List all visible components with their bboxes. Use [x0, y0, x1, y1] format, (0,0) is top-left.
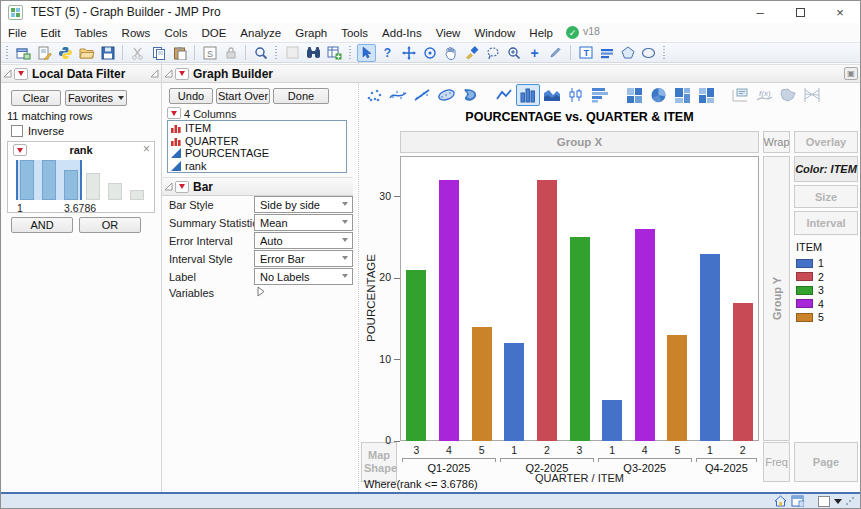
freq-zone[interactable]: Freq: [763, 442, 790, 482]
interval-zone[interactable]: Interval: [794, 211, 858, 235]
or-button[interactable]: OR: [79, 217, 141, 233]
line-annotation-icon[interactable]: [597, 44, 616, 62]
bar-Q3-2025-item-5[interactable]: [667, 335, 687, 441]
column-item[interactable]: QUARTER: [168, 135, 346, 148]
legend-item[interactable]: 1: [796, 257, 824, 269]
crosshair-tool-icon[interactable]: +: [525, 44, 544, 62]
histogram-bar[interactable]: [86, 173, 100, 200]
bar-Q2-2025-item-1[interactable]: [504, 343, 524, 441]
search-icon[interactable]: [251, 44, 270, 62]
clear-button[interactable]: Clear: [11, 90, 61, 106]
mosaic-element-icon[interactable]: [694, 84, 718, 106]
rank-histogram[interactable]: [16, 160, 148, 200]
overlay-zone[interactable]: Overlay: [794, 131, 858, 153]
binoculars-icon[interactable]: [304, 44, 323, 62]
caption-box-element-icon[interactable]: [728, 84, 752, 106]
parallel-plot-element-icon[interactable]: [800, 84, 824, 106]
size-zone[interactable]: Size: [794, 185, 858, 208]
toolbar-grip[interactable]: [274, 45, 279, 60]
update-check-icon[interactable]: ✓: [566, 26, 579, 39]
bar-element-icon[interactable]: [516, 84, 540, 106]
collapse-triangle-icon[interactable]: [3, 69, 12, 78]
menu-view[interactable]: View: [429, 23, 468, 42]
legend-item[interactable]: 5: [796, 311, 824, 323]
line-of-fit-element-icon[interactable]: [410, 84, 434, 106]
menu-help[interactable]: Help: [522, 23, 560, 42]
bar-Q2-2025-item-2[interactable]: [537, 180, 557, 441]
lasso-tool-icon[interactable]: [483, 44, 502, 62]
report-properties-icon[interactable]: ▣: [844, 67, 858, 80]
treemap-element-icon[interactable]: [670, 84, 694, 106]
panel-splitter[interactable]: [161, 63, 162, 494]
columns-red-triangle-menu[interactable]: [167, 107, 181, 119]
window-list-icon[interactable]: [791, 495, 804, 507]
open-file-icon[interactable]: [77, 44, 96, 62]
menu-rows[interactable]: Rows: [115, 23, 158, 42]
ldf-red-triangle-menu[interactable]: [14, 68, 28, 80]
summary-statistic-select[interactable]: Mean: [254, 214, 353, 231]
copy-icon[interactable]: [149, 44, 168, 62]
grabber-hand-icon[interactable]: [441, 44, 460, 62]
menu-tables[interactable]: Tables: [67, 23, 114, 42]
arrow-cursor-icon[interactable]: [357, 44, 376, 62]
graph-builder-red-triangle-menu[interactable]: [175, 68, 189, 80]
column-item[interactable]: ITEM: [168, 122, 346, 135]
menu-doe[interactable]: DOE: [194, 23, 233, 42]
legend-item[interactable]: 4: [796, 298, 824, 310]
bar-style-select[interactable]: Side by side: [254, 196, 353, 213]
ellipse-element-icon[interactable]: [434, 84, 458, 106]
toolbar-grip[interactable]: [662, 45, 667, 60]
quarter-label[interactable]: Q4-2025: [694, 462, 759, 474]
menu-window[interactable]: Window: [467, 23, 522, 42]
annotate-pencil-icon[interactable]: [546, 44, 565, 62]
legend-swatch-5[interactable]: [796, 313, 813, 322]
legend-swatch-3[interactable]: [796, 286, 813, 295]
maximize-button[interactable]: [780, 1, 820, 23]
menu-tools[interactable]: Tools: [334, 23, 375, 42]
pie-element-icon[interactable]: [646, 84, 670, 106]
move-tool-icon[interactable]: [399, 44, 418, 62]
collapse-triangle-icon[interactable]: [150, 69, 159, 78]
bar-Q2-2025-item-3[interactable]: [570, 237, 590, 441]
start-over-button[interactable]: Start Over: [216, 88, 270, 104]
undo-button[interactable]: Undo: [169, 88, 213, 104]
collapse-triangle-icon[interactable]: [164, 182, 173, 191]
bar-Q3-2025-item-4[interactable]: [635, 229, 655, 441]
histogram-bar[interactable]: [20, 160, 34, 200]
legend-swatch-2[interactable]: [796, 272, 813, 281]
minimize-button[interactable]: –: [740, 1, 780, 23]
zoom-in-icon[interactable]: [504, 44, 523, 62]
row-state-swatch[interactable]: [818, 496, 830, 507]
menu-graph[interactable]: Graph: [288, 23, 334, 42]
menu-file[interactable]: File: [1, 23, 34, 42]
line-element-icon[interactable]: [492, 84, 516, 106]
legend-swatch-1[interactable]: [796, 259, 813, 268]
menu-addins[interactable]: Add-Ins: [375, 23, 429, 42]
python-icon[interactable]: [56, 44, 75, 62]
wrap-zone[interactable]: Wrap: [763, 131, 790, 153]
add-table-icon[interactable]: [325, 44, 344, 62]
smoother-element-icon[interactable]: [386, 84, 410, 106]
favorites-button[interactable]: Favorites: [65, 90, 127, 106]
color-zone[interactable]: Color: ITEM: [794, 156, 858, 182]
column-item[interactable]: POURCENTAGE: [168, 147, 346, 160]
page-zone[interactable]: Page: [794, 442, 858, 482]
new-script-icon[interactable]: [35, 44, 54, 62]
quarter-label[interactable]: Q3-2025: [596, 462, 694, 474]
menu-edit[interactable]: Edit: [34, 23, 68, 42]
resize-grip[interactable]: [846, 497, 854, 505]
and-button[interactable]: AND: [11, 217, 73, 233]
bar-Q1-2025-item-5[interactable]: [472, 327, 492, 441]
map-shape-zone[interactable]: Map Shape: [361, 442, 397, 482]
done-button[interactable]: Done: [273, 88, 329, 104]
heatmap-element-icon[interactable]: [622, 84, 646, 106]
label-select[interactable]: No Labels: [254, 268, 353, 285]
group-y-zone[interactable]: Group Y: [763, 156, 790, 441]
histogram-bar[interactable]: [42, 160, 56, 200]
legend-item[interactable]: 3: [796, 284, 824, 296]
save-icon[interactable]: [98, 44, 117, 62]
row-state-dropdown-icon[interactable]: [834, 499, 842, 504]
remove-filter-icon[interactable]: ×: [143, 143, 150, 155]
histogram-bar[interactable]: [130, 190, 144, 200]
help-icon[interactable]: ?: [378, 44, 397, 62]
